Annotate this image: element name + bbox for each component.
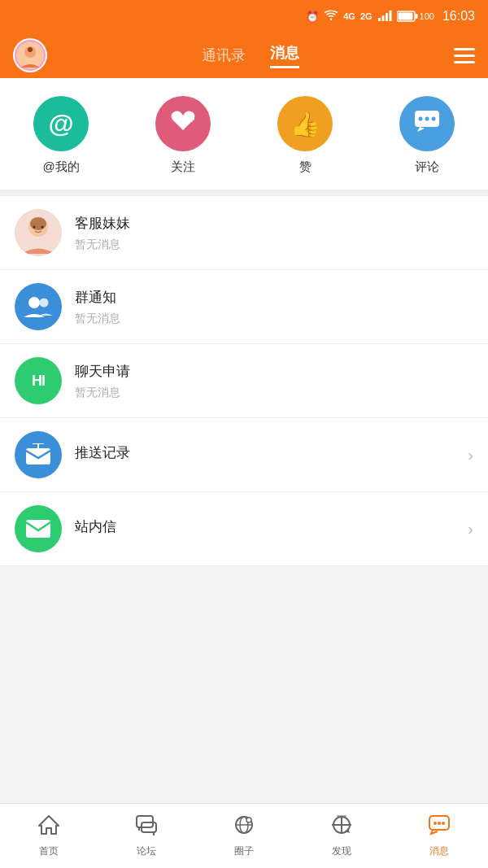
at-label: @我的 <box>42 159 79 175</box>
kefu-subtitle: 暂无消息 <box>75 238 473 252</box>
message-nav-icon <box>428 814 451 841</box>
at-icon: @ <box>48 109 73 139</box>
home-icon <box>37 814 60 841</box>
chat-title: 聊天申请 <box>75 362 473 381</box>
circle-label: 圈子 <box>234 844 254 858</box>
svg-rect-5 <box>398 13 412 20</box>
icon-like[interactable]: 👍 赞 <box>277 96 333 175</box>
comment-label: 评论 <box>415 159 439 175</box>
kefu-avatar <box>15 209 62 256</box>
push-avatar <box>15 431 62 478</box>
svg-rect-26 <box>26 520 50 538</box>
forum-label: 论坛 <box>137 844 156 858</box>
circle-icon <box>233 814 255 841</box>
icon-at[interactable]: @ @我的 <box>33 96 89 175</box>
tab-messages[interactable]: 消息 <box>270 43 299 68</box>
wifi-icon <box>324 10 338 24</box>
nav-message[interactable]: 消息 <box>428 808 451 865</box>
battery-icon: 100 <box>397 11 434 22</box>
svg-point-38 <box>438 822 441 825</box>
svg-rect-23 <box>26 448 50 465</box>
svg-point-20 <box>41 226 44 229</box>
svg-point-39 <box>442 822 445 825</box>
network-4g: 4G <box>343 11 355 21</box>
status-bar-icons: ⏰ 4G 2G 100 16:03 <box>306 9 475 24</box>
svg-point-18 <box>30 217 46 230</box>
follow-circle <box>155 96 211 151</box>
page-layout: ⏰ 4G 2G 100 16:03 <box>0 0 488 868</box>
home-label: 首页 <box>39 844 59 858</box>
message-item-push[interactable]: 推送记录 › <box>0 418 488 492</box>
message-list: 客服妹妹 暂无消息 群通知 暂无消息 HI 聊天申请 <box>0 196 488 566</box>
kefu-content: 客服妹妹 暂无消息 <box>75 214 473 252</box>
tab-contacts[interactable]: 通讯录 <box>202 46 246 68</box>
nav-circle[interactable]: 圈子 <box>233 808 255 865</box>
icon-comment[interactable]: 评论 <box>399 96 455 175</box>
svg-point-14 <box>425 116 429 120</box>
comment-circle <box>399 96 455 151</box>
svg-rect-6 <box>415 14 417 19</box>
push-content: 推送记录 <box>75 443 468 467</box>
like-label: 赞 <box>299 159 312 175</box>
menu-button[interactable] <box>454 48 475 63</box>
svg-rect-2 <box>386 13 388 21</box>
svg-point-37 <box>434 822 437 825</box>
like-circle: 👍 <box>277 96 333 151</box>
time-display: 16:03 <box>442 9 475 24</box>
nav-forum[interactable]: 论坛 <box>135 808 158 865</box>
comment-icon <box>413 109 441 139</box>
svg-point-13 <box>419 116 423 120</box>
svg-rect-0 <box>378 18 381 21</box>
svg-point-9 <box>28 47 33 52</box>
notification-icon-row: @ @我的 关注 👍 赞 <box>0 78 488 196</box>
push-chevron: › <box>468 446 473 465</box>
nav-home[interactable]: 首页 <box>37 808 60 865</box>
like-icon: 👍 <box>290 110 320 138</box>
group-title: 群通知 <box>75 288 473 307</box>
svg-rect-1 <box>381 15 384 21</box>
group-subtitle: 暂无消息 <box>75 312 473 326</box>
bottom-nav: 首页 论坛 圈子 <box>0 803 488 868</box>
message-nav-label: 消息 <box>429 844 449 858</box>
forum-icon <box>135 814 158 841</box>
nav-discover[interactable]: 发现 <box>330 808 353 865</box>
svg-rect-3 <box>389 11 391 21</box>
nav-tabs: 通讯录 消息 <box>202 43 299 68</box>
group-content: 群通知 暂无消息 <box>75 288 473 326</box>
avatar-face <box>15 40 46 71</box>
svg-point-15 <box>432 116 436 120</box>
message-item-inbox[interactable]: 站内信 › <box>0 492 488 566</box>
user-avatar[interactable] <box>13 38 47 72</box>
alarm-icon: ⏰ <box>306 11 319 23</box>
signal-icon <box>377 10 392 24</box>
inbox-content: 站内信 <box>75 517 468 541</box>
kefu-title: 客服妹妹 <box>75 214 473 233</box>
svg-point-19 <box>33 226 36 229</box>
message-item-group[interactable]: 群通知 暂无消息 <box>0 270 488 344</box>
network-2g: 2G <box>360 11 373 21</box>
chat-content: 聊天申请 暂无消息 <box>75 362 473 400</box>
chat-avatar: HI <box>15 357 62 404</box>
status-bar: ⏰ 4G 2G 100 16:03 <box>0 0 488 33</box>
inbox-avatar <box>15 505 62 552</box>
svg-point-21 <box>28 297 40 308</box>
inbox-title: 站内信 <box>75 517 468 536</box>
at-circle: @ <box>33 96 89 151</box>
top-nav: 通讯录 消息 <box>0 33 488 78</box>
discover-label: 发现 <box>332 844 351 858</box>
svg-point-22 <box>40 299 49 308</box>
follow-icon <box>169 109 197 139</box>
svg-point-32 <box>246 818 251 822</box>
chat-subtitle: 暂无消息 <box>75 386 473 400</box>
group-avatar <box>15 283 62 330</box>
message-item-kefu[interactable]: 客服妹妹 暂无消息 <box>0 196 488 270</box>
follow-label: 关注 <box>171 159 195 175</box>
inbox-chevron: › <box>468 520 473 539</box>
discover-icon <box>330 814 353 841</box>
icon-follow[interactable]: 关注 <box>155 96 211 175</box>
push-title: 推送记录 <box>75 443 468 462</box>
message-item-chat[interactable]: HI 聊天申请 暂无消息 <box>0 344 488 418</box>
